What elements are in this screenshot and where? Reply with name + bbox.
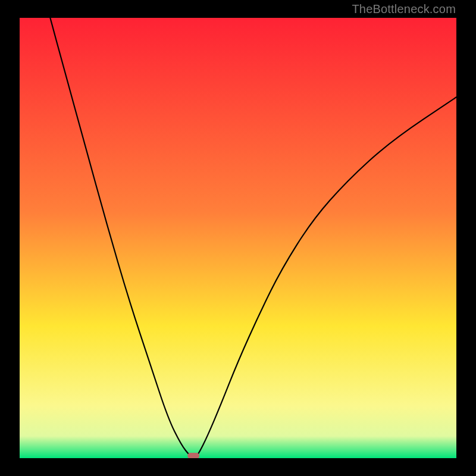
chart-frame: TheBottleneck.com: [0, 0, 476, 476]
plot-area: [20, 18, 456, 458]
gradient-background: [20, 18, 456, 458]
watermark-text: TheBottleneck.com: [352, 2, 456, 16]
chart-svg: [20, 18, 456, 458]
minimum-marker: [187, 453, 199, 458]
